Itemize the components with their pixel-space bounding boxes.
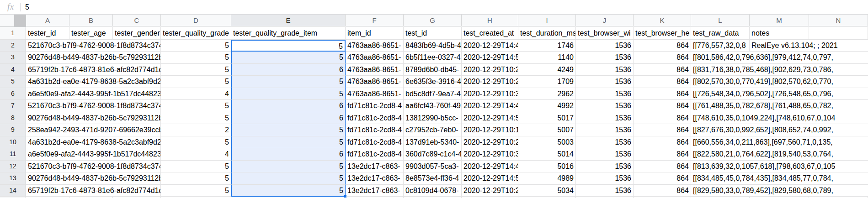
cell-H14[interactable]: 2020-12-29T10:2 bbox=[462, 185, 518, 197]
cell-G6[interactable]: bd5c8df7-9ea7-4 bbox=[404, 88, 462, 100]
column-header-C[interactable]: C bbox=[113, 15, 161, 26]
cell-E6[interactable]: 5 bbox=[231, 88, 346, 100]
cell-L13[interactable]: [[834,485,45,0,784,435],[834,485,77,0,78… bbox=[691, 172, 868, 185]
cell-L2[interactable]: [[776,557,32,0,8 bbox=[691, 40, 750, 52]
cell-G7[interactable]: aa6fcf43-760f-49 bbox=[404, 100, 462, 112]
cell-L5[interactable]: [[802,570,30,0,770,419],[802,570,62,0,77… bbox=[691, 76, 868, 88]
cell-J13[interactable]: 1536 bbox=[576, 172, 634, 185]
cell-K8[interactable]: 864 bbox=[634, 112, 691, 125]
cell-E2[interactable]: 5 bbox=[231, 40, 346, 52]
cell-J7[interactable]: 1536 bbox=[576, 100, 634, 112]
column-header-F[interactable]: F bbox=[346, 15, 404, 26]
cell-F5[interactable]: 4763aa86-8651- bbox=[346, 76, 404, 88]
cell-L8[interactable]: [[748,610,35,0,1049,224],[748,610,67,0,1… bbox=[691, 112, 868, 125]
cell-A8[interactable]: 90276d48-b449-4837-b26b-5c79293112b4 bbox=[26, 112, 161, 125]
cell-I3[interactable]: 1140 bbox=[518, 52, 576, 64]
cell-H13[interactable]: 2020-12-29T14:5 bbox=[462, 172, 518, 185]
cell-E4[interactable]: 6 bbox=[231, 64, 346, 76]
cell-L4[interactable]: [[831,716,38,0,785,468],[902,629,73,0,78… bbox=[691, 64, 868, 76]
cell-A2[interactable]: 521670c3-b7f9-4762-9008-1f8d8734c374 bbox=[26, 40, 161, 52]
cell-E13[interactable]: 5 bbox=[231, 172, 346, 185]
cell-G10[interactable]: 137d91eb-5340- bbox=[404, 136, 462, 149]
cell-I12[interactable]: 5016 bbox=[518, 161, 576, 173]
cell-I7[interactable]: 4992 bbox=[518, 100, 576, 112]
cell-D1[interactable]: tester_quality_grade bbox=[161, 27, 231, 40]
cell-L3[interactable]: [[801,586,42,0,796,636],[979,412,74,0,79… bbox=[691, 52, 868, 64]
cell-J3[interactable]: 1536 bbox=[576, 52, 634, 64]
cell-F9[interactable]: fd71c81c-2cd8-4 bbox=[346, 124, 404, 136]
column-header-M[interactable]: M bbox=[750, 15, 809, 26]
cell-G5[interactable]: 6e635f3e-3916-4 bbox=[404, 76, 462, 88]
cell-K3[interactable]: 864 bbox=[634, 52, 691, 64]
row-header-9[interactable]: 9 bbox=[0, 124, 26, 136]
formula-input[interactable]: 5 bbox=[25, 3, 29, 11]
row-header-6[interactable]: 6 bbox=[0, 88, 26, 100]
cell-N1[interactable] bbox=[809, 27, 868, 40]
cell-D7[interactable]: 5 bbox=[161, 100, 231, 112]
cell-F14[interactable]: 13e2dc17-c863- bbox=[346, 185, 404, 197]
cell-F4[interactable]: 4763aa86-8651- bbox=[346, 64, 404, 76]
cell-I14[interactable]: 5034 bbox=[518, 185, 576, 197]
cell-F1[interactable]: item_id bbox=[346, 27, 404, 40]
cell-C1[interactable]: tester_gender bbox=[113, 27, 161, 40]
cell-G1[interactable]: test_id bbox=[404, 27, 462, 40]
cell-L12[interactable]: [[813,639,32,0,1057,618],[798,603,67,0,1… bbox=[691, 161, 868, 173]
cell-L7[interactable]: [[761,488,35,0,782,678],[761,488,65,0,78… bbox=[691, 100, 868, 112]
cell-F8[interactable]: fd71c81c-2cd8-4 bbox=[346, 112, 404, 125]
select-all-corner[interactable] bbox=[0, 15, 26, 27]
cell-J12[interactable]: 1536 bbox=[576, 161, 634, 173]
cell-E8[interactable]: 6 bbox=[231, 112, 346, 125]
cell-G11[interactable]: 360d7c89-c1c4-4 bbox=[404, 148, 462, 161]
cell-D10[interactable]: 5 bbox=[161, 136, 231, 149]
cell-I4[interactable]: 4249 bbox=[518, 64, 576, 76]
cell-I8[interactable]: 5017 bbox=[518, 112, 576, 125]
column-header-L[interactable]: L bbox=[691, 15, 750, 26]
cell-D6[interactable]: 4 bbox=[161, 88, 231, 100]
cell-I1[interactable]: test_duration_ms bbox=[518, 27, 576, 40]
cell-F12[interactable]: 13e2dc17-c863- bbox=[346, 161, 404, 173]
cell-F6[interactable]: 4763aa86-8651- bbox=[346, 88, 404, 100]
cell-M1[interactable]: notes bbox=[750, 27, 809, 40]
cell-J1[interactable]: test_browser_wi bbox=[576, 27, 634, 40]
cell-E5[interactable]: 5 bbox=[231, 76, 346, 88]
cell-A3[interactable]: 90276d48-b449-4837-b26b-5c79293112b4 bbox=[26, 52, 161, 64]
cell-D12[interactable]: 5 bbox=[161, 161, 231, 173]
row-header-13[interactable]: 13 bbox=[0, 172, 26, 185]
row-header-12[interactable]: 12 bbox=[0, 161, 26, 173]
cell-I10[interactable]: 5003 bbox=[518, 136, 576, 149]
cell-H3[interactable]: 2020-12-29T14:5 bbox=[462, 52, 518, 64]
cell-D3[interactable]: 5 bbox=[161, 52, 231, 64]
cell-D5[interactable]: 5 bbox=[161, 76, 231, 88]
cell-A4[interactable]: 65719f2b-17c6-4873-81e6-afc82d774d1d bbox=[26, 64, 161, 76]
cell-E11[interactable]: 6 bbox=[231, 148, 346, 161]
cell-F2[interactable]: 4763aa86-8651- bbox=[346, 40, 404, 52]
cell-J6[interactable]: 1536 bbox=[576, 88, 634, 100]
cell-H9[interactable]: 2020-12-29T10:1 bbox=[462, 124, 518, 136]
cell-K13[interactable]: 864 bbox=[634, 172, 691, 185]
cell-G12[interactable]: 9903d057-5ca3- bbox=[404, 161, 462, 173]
cell-G9[interactable]: c27952cb-7eb0- bbox=[404, 124, 462, 136]
column-header-E[interactable]: E bbox=[231, 15, 346, 26]
cell-F3[interactable]: 4763aa86-8651- bbox=[346, 52, 404, 64]
cell-L1[interactable]: test_raw_data bbox=[691, 27, 750, 40]
cell-I5[interactable]: 1709 bbox=[518, 76, 576, 88]
cell-I2[interactable]: 1746 bbox=[518, 40, 576, 52]
cell-H12[interactable]: 2020-12-29T14:4 bbox=[462, 161, 518, 173]
cell-A12[interactable]: 521670c3-b7f9-4762-9008-1f8d8734c374 bbox=[26, 161, 161, 173]
cell-E10[interactable]: 5 bbox=[231, 136, 346, 149]
row-header-14[interactable]: 14 bbox=[0, 185, 26, 197]
cell-H5[interactable]: 2020-12-29T10:2 bbox=[462, 76, 518, 88]
row-header-3[interactable]: 3 bbox=[0, 52, 26, 64]
cell-F7[interactable]: fd71c81c-2cd8-4 bbox=[346, 100, 404, 112]
column-header-A[interactable]: A bbox=[26, 15, 69, 26]
cell-A6[interactable]: a6e5f0e9-afa2-4443-995f-1b517dc44823 bbox=[26, 88, 161, 100]
cell-A9[interactable]: 258ea942-2493-471d-9207-69662e39ccb6 bbox=[26, 124, 161, 136]
cell-D9[interactable]: 2 bbox=[161, 124, 231, 136]
cell-D2[interactable]: 5 bbox=[161, 40, 231, 52]
column-header-J[interactable]: J bbox=[576, 15, 634, 26]
cell-D14[interactable]: 5 bbox=[161, 185, 231, 197]
cell-K14[interactable]: 864 bbox=[634, 185, 691, 197]
cell-L6[interactable]: [[726,548,34,0,796,502],[726,548,65,0,79… bbox=[691, 88, 868, 100]
cell-A7[interactable]: 521670c3-b7f9-4762-9008-1f8d8734c374 bbox=[26, 100, 161, 112]
cell-A11[interactable]: a6e5f0e9-afa2-4443-995f-1b517dc44823 bbox=[26, 148, 161, 161]
